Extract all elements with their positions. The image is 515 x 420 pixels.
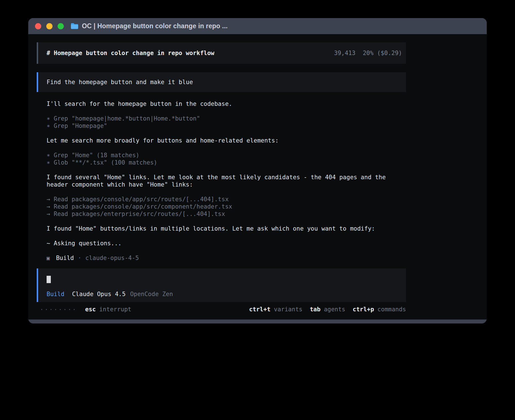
agent-status-line: ▣Build·claude-opus-4-5: [47, 254, 406, 262]
agent-icon: ▣: [47, 255, 50, 261]
terminal-content[interactable]: # Homepage button color change in repo w…: [28, 34, 487, 320]
model-line: BuildClaude Opus 4.5OpenCode Zen: [47, 290, 398, 298]
shortcut-interrupt: escinterrupt: [85, 306, 132, 313]
folder-icon: [71, 23, 78, 29]
tool-call: → Read packages/console/app/src/routes/[…: [47, 196, 406, 203]
minimize-button[interactable]: [46, 23, 53, 29]
traffic-lights: [35, 23, 64, 29]
prompt-input[interactable]: BuildClaude Opus 4.5OpenCode Zen: [37, 268, 406, 302]
window-title: OC | Homepage button color change in rep…: [82, 22, 228, 30]
provider-label: OpenCode Zen: [130, 291, 173, 298]
session-title: # Homepage button color change in repo w…: [47, 49, 214, 57]
assistant-text: Let me search more broadly for buttons a…: [47, 137, 406, 144]
tool-call: ∗ Grep "Home" (18 matches): [47, 152, 406, 159]
context-cost: 20% ($0.29): [363, 49, 402, 57]
user-message-text: Find the homepage button and make it blu…: [47, 79, 193, 86]
session-header: # Homepage button color change in repo w…: [37, 42, 406, 64]
maximize-button[interactable]: [58, 23, 64, 29]
assistant-text: I'll search for the homepage button in t…: [47, 100, 406, 108]
close-button[interactable]: [35, 23, 41, 29]
shortcut-variants: ctrl+tvariants: [249, 306, 302, 313]
shortcut-key: tab: [310, 306, 320, 313]
tool-call: ∗ Grep "Homepage": [47, 122, 406, 130]
agent-model: claude-opus-4-5: [85, 255, 139, 261]
tool-call-group: ∗ Grep "Home" (18 matches) ∗ Glob "**/*.…: [37, 152, 406, 166]
model-label: Claude Opus 4.5: [72, 291, 126, 298]
titlebar[interactable]: OC | Homepage button color change in rep…: [28, 18, 487, 34]
tool-call-group: → Read packages/console/app/src/routes/[…: [37, 196, 406, 218]
tool-call-group: ∗ Grep "homepage|home.*button|Home.*butt…: [37, 115, 406, 130]
token-count: 39,413: [334, 49, 355, 57]
shortcut-key: ctrl+p: [353, 306, 374, 313]
agent-name: Build: [56, 255, 74, 261]
agent-separator: ·: [78, 255, 82, 261]
shortcut-label: variants: [274, 306, 302, 313]
shortcut-label: interrupt: [99, 306, 131, 313]
shortcut-label: commands: [377, 306, 406, 313]
shortcut-key: ctrl+t: [249, 306, 270, 313]
terminal-window: OC | Homepage button color change in rep…: [28, 18, 487, 323]
tool-call: → Read packages/console/app/src/componen…: [47, 203, 406, 210]
text-cursor: [47, 276, 51, 283]
tool-call: ∗ Glob "**/*.tsx" (100 matches): [47, 159, 406, 166]
tool-call: ∗ Grep "homepage|home.*button|Home.*butt…: [47, 115, 406, 122]
spinner-dots: ········: [40, 306, 77, 313]
assistant-text: I found several "Home" links. Let me loo…: [47, 174, 406, 188]
shortcut-key: esc: [85, 306, 96, 313]
shortcut-commands: ctrl+pcommands: [353, 306, 406, 313]
status-bar: ········ escinterrupt ctrl+tvariants tab…: [37, 306, 406, 313]
tool-call: → Read packages/enterprise/src/routes/[.…: [47, 210, 406, 218]
shortcut-agents: tabagents: [310, 306, 345, 313]
session-stats: 39,413 20% ($0.29): [334, 49, 402, 57]
assistant-status: ~ Asking questions...: [47, 240, 406, 247]
mode-label: Build: [47, 291, 64, 298]
user-message: Find the homepage button and make it blu…: [37, 72, 406, 92]
shortcut-label: agents: [324, 306, 345, 313]
assistant-text: I found "Home" buttons/links in multiple…: [47, 225, 406, 232]
